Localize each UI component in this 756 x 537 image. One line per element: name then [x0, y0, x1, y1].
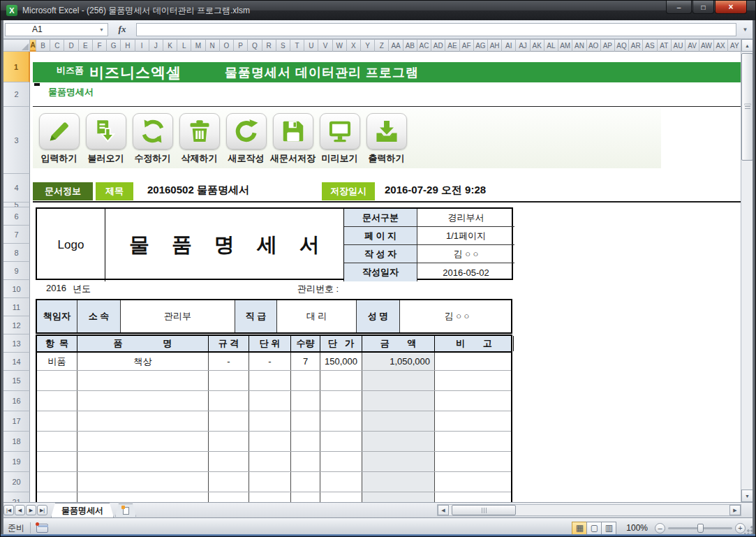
- items-cell-empty[interactable]: [435, 472, 514, 492]
- document-title-cell[interactable]: 물 품 명 세 서: [105, 209, 344, 281]
- column-header-AW[interactable]: AW: [699, 39, 713, 52]
- items-cell-empty[interactable]: [249, 432, 291, 451]
- column-header-D[interactable]: D: [64, 39, 78, 52]
- column-header-R[interactable]: R: [262, 39, 276, 52]
- scroll-left-icon[interactable]: ◀: [438, 505, 449, 515]
- column-header-E[interactable]: E: [79, 39, 93, 52]
- items-cell-empty[interactable]: [435, 391, 514, 411]
- column-header-AQ[interactable]: AQ: [615, 39, 629, 52]
- column-header-AH[interactable]: AH: [488, 39, 502, 52]
- items-cell-empty[interactable]: [291, 391, 320, 411]
- column-header-AP[interactable]: AP: [601, 39, 615, 52]
- items-cell-empty[interactable]: [320, 492, 362, 502]
- items-cell-empty[interactable]: [77, 391, 209, 411]
- scroll-up-icon[interactable]: ▲: [741, 39, 753, 52]
- column-header-U[interactable]: U: [304, 39, 318, 52]
- column-header-AM[interactable]: AM: [558, 39, 572, 52]
- column-header-O[interactable]: O: [220, 39, 234, 52]
- column-header-AI[interactable]: AI: [502, 39, 516, 52]
- column-header-AJ[interactable]: AJ: [516, 39, 530, 52]
- column-header-C[interactable]: C: [50, 39, 64, 52]
- items-cell-empty[interactable]: [249, 371, 291, 390]
- prev-sheet-icon[interactable]: ◀: [15, 505, 25, 515]
- column-header-S[interactable]: S: [276, 39, 290, 52]
- column-header-Q[interactable]: Q: [248, 39, 262, 52]
- horizontal-scrollbar[interactable]: ◀ ▶: [437, 504, 741, 516]
- sheet-nav-link[interactable]: 물품명세서: [48, 86, 94, 98]
- column-header-AG[interactable]: AG: [474, 39, 488, 52]
- items-cell-empty[interactable]: [209, 411, 249, 431]
- column-header-AL[interactable]: AL: [544, 39, 558, 52]
- items-header-cell[interactable]: 품 명: [77, 336, 209, 351]
- items-cell-empty[interactable]: [209, 371, 249, 390]
- items-cell-empty[interactable]: [320, 432, 362, 451]
- items-cell-empty[interactable]: [37, 452, 77, 471]
- next-sheet-icon[interactable]: ▶: [26, 505, 36, 515]
- column-header-H[interactable]: H: [121, 39, 135, 52]
- items-cell-empty[interactable]: [362, 432, 435, 451]
- items-cell-empty[interactable]: [362, 492, 435, 502]
- manager-cell[interactable]: 직 급: [235, 300, 277, 332]
- items-cell[interactable]: [435, 353, 514, 370]
- items-cell-empty[interactable]: [77, 432, 209, 451]
- items-cell[interactable]: 150,000: [320, 353, 362, 370]
- column-header-AA[interactable]: AA: [389, 39, 403, 52]
- name-box[interactable]: A1 ▼: [5, 23, 108, 36]
- column-header-Y[interactable]: Y: [361, 39, 375, 52]
- column-header-J[interactable]: J: [149, 39, 163, 52]
- manager-cell[interactable]: 책임자: [37, 300, 77, 332]
- doc-info-value[interactable]: 2016-05-02: [417, 263, 514, 281]
- sheet-grid[interactable]: 비즈폼 비즈니스엑셀 물품명세서 데이터관리 프로그램 물품명세서 입력하기불러…: [30, 52, 742, 502]
- row-header-21[interactable]: 21: [3, 492, 30, 502]
- column-header-AK[interactable]: AK: [531, 39, 544, 52]
- title-label-button[interactable]: 제목: [96, 182, 133, 200]
- items-cell-empty[interactable]: [249, 411, 291, 431]
- items-cell-empty[interactable]: [37, 391, 77, 411]
- vertical-scroll-thumb[interactable]: [741, 53, 753, 161]
- doc-info-label[interactable]: 작성일자: [344, 263, 417, 281]
- items-cell-empty[interactable]: [320, 452, 362, 471]
- items-cell-empty[interactable]: [362, 472, 435, 492]
- items-cell-empty[interactable]: [209, 492, 249, 502]
- items-cell-empty[interactable]: [37, 472, 77, 492]
- items-cell[interactable]: -: [209, 353, 249, 370]
- items-cell-empty[interactable]: [77, 472, 209, 492]
- items-cell-empty[interactable]: [291, 371, 320, 390]
- items-cell-empty[interactable]: [37, 371, 77, 390]
- sheet-tab-active[interactable]: 물품명세서: [51, 503, 114, 517]
- column-header-AB[interactable]: AB: [403, 39, 417, 52]
- row-header-8[interactable]: 8: [3, 244, 30, 262]
- items-cell-empty[interactable]: [77, 371, 209, 390]
- items-cell-empty[interactable]: [209, 452, 249, 471]
- items-cell-empty[interactable]: [77, 492, 209, 502]
- insert-sheet-tab[interactable]: [115, 503, 136, 517]
- column-header-N[interactable]: N: [206, 39, 220, 52]
- insert-function-button[interactable]: fx: [108, 24, 136, 35]
- items-cell[interactable]: 1,050,000: [362, 353, 435, 370]
- items-cell-empty[interactable]: [249, 452, 291, 471]
- items-header-cell[interactable]: 비 고: [435, 336, 514, 351]
- row-header-13[interactable]: 13: [3, 334, 30, 353]
- column-header-AU[interactable]: AU: [672, 39, 685, 52]
- items-cell-empty[interactable]: [320, 411, 362, 431]
- manager-cell[interactable]: 관리부: [121, 300, 235, 332]
- row-header-12[interactable]: 12: [3, 316, 30, 334]
- items-cell[interactable]: 비품: [37, 353, 77, 370]
- row-header-19[interactable]: 19: [3, 452, 30, 472]
- row-header-14[interactable]: 14: [3, 353, 30, 371]
- row-header-5[interactable]: 5: [3, 203, 30, 207]
- items-cell-empty[interactable]: [362, 371, 435, 390]
- scroll-down-icon[interactable]: ▼: [741, 490, 753, 502]
- toolbar-button-2[interactable]: 불러오기: [82, 113, 129, 165]
- items-cell-empty[interactable]: [77, 452, 209, 471]
- row-header-7[interactable]: 7: [3, 226, 30, 244]
- row-header-6[interactable]: 6: [3, 207, 30, 226]
- column-header-Z[interactable]: Z: [375, 39, 389, 52]
- first-sheet-icon[interactable]: |◀: [3, 505, 14, 515]
- items-header-cell[interactable]: 수량: [291, 336, 320, 351]
- toolbar-button-3[interactable]: 수정하기: [129, 113, 176, 165]
- vertical-scrollbar[interactable]: ▲ ▼: [741, 39, 753, 502]
- column-header-G[interactable]: G: [107, 39, 121, 52]
- items-cell[interactable]: -: [249, 353, 291, 370]
- doc-info-value[interactable]: 경리부서: [417, 209, 514, 227]
